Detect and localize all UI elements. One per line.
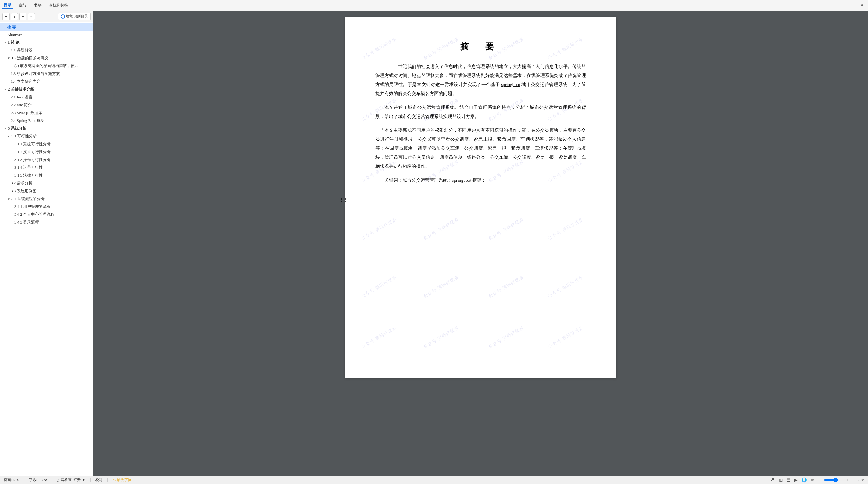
content-area[interactable]: 公众号 源码好优多 公众号 源码好优多 公众号 源码好优多 公众号 源码好优多 … xyxy=(93,11,868,476)
page-info: 页面: 1/40 xyxy=(4,477,19,483)
tab-chapter[interactable]: 章节 xyxy=(18,2,28,9)
toc-item[interactable]: ▶2.4 Spring Boot 框架 xyxy=(0,117,93,125)
word-count: 字数: 11788 xyxy=(29,477,47,483)
toc-item-label: 2.4 Spring Boot 框架 xyxy=(11,118,44,123)
toc-item[interactable]: ▶1.4 本文研究内容 xyxy=(0,77,93,86)
spell-check-label: 拼写检查: 打开 xyxy=(57,477,81,483)
zoom-level: 120% xyxy=(856,478,864,482)
toc-item-label: 3.1.3 操作可行性分析 xyxy=(14,157,51,162)
watermark-13: 公众号 源码好优多 xyxy=(360,217,398,241)
toc-item-label: 3.1.4 运营可行性 xyxy=(14,165,43,170)
toc-item[interactable]: ▶2.1 Java 语言 xyxy=(0,93,93,101)
missing-font-warning[interactable]: ⚠ 缺失字体 xyxy=(113,477,131,483)
toc-item-label: 3.2 需求分析 xyxy=(11,181,32,185)
toc-item-label: 3.4 系统流程的分析 xyxy=(11,196,45,201)
spell-check-dropdown-icon[interactable]: ▼ xyxy=(82,478,86,482)
toc-item-label: 2 关键技术介绍 xyxy=(8,87,34,92)
zoom-slider[interactable] xyxy=(824,478,848,483)
toc-item[interactable]: ▼1 绪 论 xyxy=(0,38,93,46)
toc-item[interactable]: ▶1.3 初步设计方法与实施方案 xyxy=(0,70,93,77)
toc-item-label: 3.4.1 用户管理的流程 xyxy=(14,204,51,209)
toc-item[interactable]: ▶1.1 课题背景 xyxy=(0,46,93,54)
toc-item[interactable]: ▶3.1.1 系统可行性分析 xyxy=(0,140,93,148)
edit-icon[interactable]: ✏ xyxy=(810,477,814,483)
watermark-20: 公众号 源码好优多 xyxy=(547,275,585,299)
drag-icon-paragraph: ⋮⋮ xyxy=(367,126,384,134)
toc-item[interactable]: ▶3.3 系统用例图 xyxy=(0,187,93,195)
toc-item-label: 1.3 初步设计方法与实施方案 xyxy=(11,71,60,76)
spell-check[interactable]: 拼写检查: 打开 ▼ xyxy=(57,477,86,483)
toc-item-label: 1.1 课题背景 xyxy=(11,48,32,52)
smart-identify-btn[interactable]: 智能识别目录 xyxy=(58,13,91,20)
keywords-line: 关键词：城市公交运营管理系统；springboot 框架； xyxy=(375,176,586,185)
top-toolbar: 目录 章节 书签 查找和替换 ✕ xyxy=(0,0,868,11)
drag-handle[interactable]: ⋮⋮ xyxy=(339,197,348,202)
watermark-19: 公众号 源码好优多 xyxy=(487,275,525,299)
toc-item[interactable]: ▶3.1.2 技术可行性分析 xyxy=(0,148,93,156)
toc-item[interactable]: ▶3.1.5 法律可行性 xyxy=(0,171,93,179)
toc-item[interactable]: ▼3.4 系统流程的分析 xyxy=(0,195,93,203)
tab-toc[interactable]: 目录 xyxy=(2,2,13,9)
toc-item-label: Abstract xyxy=(7,32,22,37)
toc-item[interactable]: ▼1.2 选题的目的与意义 xyxy=(0,54,93,62)
watermark-22: 公众号 源码好优多 xyxy=(423,325,460,350)
toc-minus[interactable]: − xyxy=(28,13,35,20)
toc-item[interactable]: ▶Abstract xyxy=(0,31,93,38)
keyword-springboot-2: springboot xyxy=(452,178,471,183)
toc-add[interactable]: + xyxy=(19,13,27,20)
toc-arrow: ▼ xyxy=(4,41,7,44)
toc-item[interactable]: ▶3.2 需求分析 xyxy=(0,179,93,187)
toc-item-label: 3.3 系统用例图 xyxy=(11,189,36,193)
tab-bookmark[interactable]: 书签 xyxy=(32,2,43,9)
toc-item-label: 3 系统分析 xyxy=(8,126,27,131)
toc-item[interactable]: ▶3.1.4 运营可行性 xyxy=(0,164,93,171)
smart-icon xyxy=(61,14,65,19)
toc-item[interactable]: ▶3.4.1 用户管理的流程 xyxy=(0,203,93,211)
layout-icon[interactable]: ⊞ xyxy=(779,477,783,483)
list-icon[interactable]: ☰ xyxy=(786,477,790,483)
tab-find[interactable]: 查找和替换 xyxy=(48,2,69,9)
keyword-springboot-1: springboot xyxy=(501,82,520,87)
close-button[interactable]: ✕ xyxy=(858,2,866,8)
watermark-16: 公众号 源码好优多 xyxy=(547,217,585,241)
toolbar-tabs: 目录 章节 书签 查找和替换 xyxy=(2,2,69,9)
zoom-minus-btn[interactable]: − xyxy=(818,478,822,483)
toc-nav-down[interactable]: ▾ xyxy=(2,13,10,20)
watermark-18: 公众号 源码好优多 xyxy=(423,275,460,299)
watermark-15: 公众号 源码好优多 xyxy=(487,217,525,241)
divider-1 xyxy=(24,478,24,482)
toc-item-label: 3.1.2 技术可行性分析 xyxy=(14,150,51,154)
toc-item[interactable]: ▶摘 要 xyxy=(0,24,93,31)
proofread-btn[interactable]: 校对 xyxy=(95,477,102,483)
toc-item-label: (2) 该系统网页的界面结构简洁，便... xyxy=(14,63,78,68)
eye-icon[interactable]: 👁 xyxy=(771,477,775,483)
toc-item[interactable]: ▼3.1 可行性分析 xyxy=(0,132,93,140)
toc-item[interactable]: ▶(2) 该系统网页的界面结构简洁，便... xyxy=(0,62,93,70)
toc-item[interactable]: ▶2.3 MySQL 数据库 xyxy=(0,109,93,117)
toc-item-label: 2.2 Vue 简介 xyxy=(11,103,32,107)
toc-nav-up[interactable]: ▴ xyxy=(11,13,18,20)
toc-item-label: 2.3 MySQL 数据库 xyxy=(11,110,42,115)
toc-arrow: ▼ xyxy=(4,127,7,130)
zoom-plus-btn[interactable]: + xyxy=(850,478,854,483)
zoom-controls: − + 120% xyxy=(818,478,864,483)
toc-item[interactable]: ▼2 关键技术介绍 xyxy=(0,86,93,93)
toc-item[interactable]: ▼3 系统分析 xyxy=(0,125,93,132)
toc-item[interactable]: ▶3.1.3 操作可行性分析 xyxy=(0,156,93,164)
sidebar-toolbar: ▾ ▴ + − 智能识别目录 xyxy=(0,11,93,22)
toc-arrow: ▼ xyxy=(4,88,7,91)
watermark-14: 公众号 源码好优多 xyxy=(423,217,460,241)
toc-item[interactable]: ▶2.2 Vue 简介 xyxy=(0,101,93,109)
toc-arrow: ▼ xyxy=(7,135,10,138)
missing-font-label: 缺失字体 xyxy=(117,477,131,483)
paragraph-1: 二十一世纪我们的社会进入了信息时代，信息管理系统的建立，大大提高了人们信息化水平… xyxy=(375,62,586,98)
toc-item-label: 1.2 选题的目的与意义 xyxy=(11,56,49,60)
globe-icon[interactable]: 🌐 xyxy=(801,477,807,483)
play-icon[interactable]: ▶ xyxy=(794,477,798,483)
status-bar-right: 👁 ⊞ ☰ ▶ 🌐 ✏ − + 120% xyxy=(771,477,864,483)
toc-item[interactable]: ▶3.4.2 个人中心管理流程 xyxy=(0,211,93,218)
paragraph-2: 本文讲述了城市公交运营管理系统。结合电子管理系统的特点，分析了城市公交运营管理系… xyxy=(375,103,586,121)
toc-item[interactable]: ▶3.4.3 登录流程 xyxy=(0,218,93,226)
divider-3 xyxy=(90,478,91,482)
toc-item-label: 3.1 可行性分析 xyxy=(11,134,37,138)
